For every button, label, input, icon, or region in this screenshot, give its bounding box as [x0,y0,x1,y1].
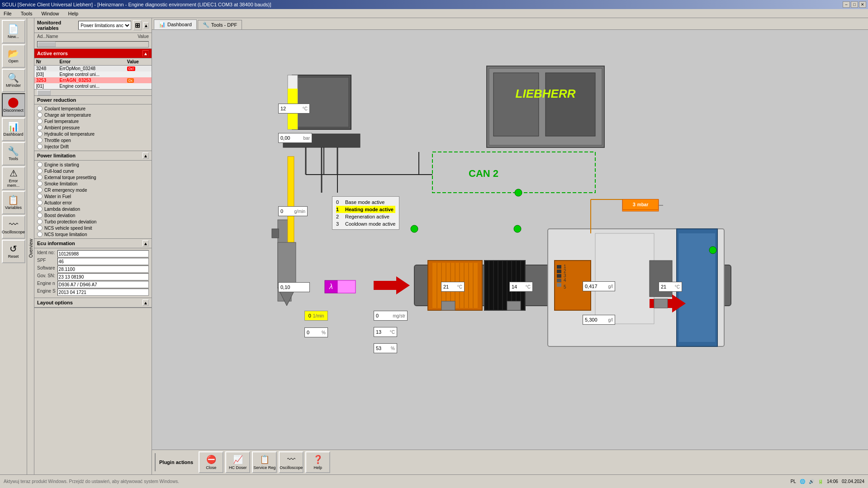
software-value: 28.1100 [57,265,149,273]
monitored-variables-header: Monitored variables Power limitations an… [34,18,152,33]
plugin-service-reg-button[interactable]: 📋 Service Reg [252,451,277,473]
injector-drift-radio[interactable] [37,144,43,149]
svg-rect-48 [557,274,561,278]
windows-message: Aktywuj teraz produkt Windows. Przejdź d… [4,479,179,484]
tools-button[interactable]: 🔧 Tools [2,142,25,166]
new-button[interactable]: 📄 New... [2,20,25,43]
svg-rect-66 [337,280,356,293]
error-row-3248[interactable]: 3248 ErrOpMon_03248 0x! [34,66,152,72]
smoke-limitation-radio[interactable] [37,181,43,186]
svg-rect-9 [545,73,595,136]
scroll-thumb[interactable] [38,42,56,47]
svg-point-56 [411,225,418,232]
coolant-temp-radio[interactable] [37,106,43,111]
svg-text:LIEBHERR: LIEBHERR [516,87,576,100]
overview-strip: Overview [27,18,34,474]
minimize-button[interactable]: – [843,1,850,8]
disconnect-icon: ⬤ [8,97,19,107]
open-button[interactable]: 📂 Open [2,44,25,68]
collapse-errors-button[interactable]: ▲ [142,50,149,57]
diagram-area: Diagn ostika 24 L [152,30,868,450]
turbo-protection-radio[interactable] [37,219,43,224]
menu-help[interactable]: Help [66,10,81,17]
plugin-hc-button[interactable]: 📈 HC Doser [225,451,250,473]
cr-emergency-radio[interactable] [37,187,43,193]
cr-emergency-item: CR emergency mode [37,187,149,193]
menu-tools[interactable]: Tools [19,10,34,17]
pressure-box: 0,00 bar [278,133,312,143]
power-limitation-title: Power limitation [37,153,76,158]
reset-button[interactable]: ↺ Reset [2,240,25,263]
collapse-limitation-button[interactable]: ▲ [142,152,149,159]
external-torque-item: External torque presetting [37,174,149,180]
lambda-box: 0,10 [278,282,310,292]
monitored-dropdown[interactable]: Power limitations anc [78,21,131,30]
flow-box: 0 g/min [278,206,308,216]
external-torque-radio[interactable] [37,175,43,180]
error-row-3253[interactable]: 3253 ErrAGN_03253 0x [34,77,152,83]
top-temp-box: 12 °C [278,104,310,114]
grid-view-button[interactable]: ⊞ [133,20,142,30]
plugin-close-button[interactable]: ⛔ Close [199,451,223,473]
tools-icon: 🔧 [8,147,19,156]
power-limitation-list: Engine is starting Full-load curve Exter… [34,161,152,238]
plugin-oscilloscope-icon: 〰 [287,455,295,464]
svg-rect-79 [654,299,668,308]
ncs-vehicle-speed-item: NCS vehicle speed limit [37,225,149,231]
oscilloscope-button[interactable]: 〰 Oscilloscope [2,215,25,239]
tools-dpf-tab-icon: 🔧 [203,22,209,28]
svg-rect-18 [288,156,294,247]
lambda-deviation-radio[interactable] [37,206,43,212]
plugin-oscilloscope-button[interactable]: 〰 Oscilloscope [279,451,304,473]
horizontal-scrollbar[interactable] [37,41,149,47]
throttle-open-radio[interactable] [37,137,43,143]
tab-tools-dpf[interactable]: 🔧 Tools - DPF [198,20,242,29]
actuator-error-radio[interactable] [37,200,43,205]
overview-tab[interactable]: Overview [28,237,34,260]
menu-file[interactable]: File [2,10,14,17]
battery-icon: 🔋 [818,479,823,484]
status-right: PL 🌐 🔊 🔋 14:06 02.04.2024 [791,479,864,484]
water-in-fuel-radio[interactable] [37,194,43,199]
close-button[interactable]: ✕ [859,1,866,8]
ambient-pressure-radio[interactable] [37,125,43,130]
power-reduction-section: Power reduction Coolant temperature Char… [34,96,152,151]
tab-dashboard[interactable]: 📊 Dashboard [154,19,197,29]
maximize-button[interactable]: □ [851,1,858,8]
power-reduction-header: Power reduction [34,96,152,104]
coolant-temp-item: Coolant temperature [37,105,149,112]
svg-text:5: 5 [564,284,566,289]
boost-deviation-radio[interactable] [37,213,43,218]
full-load-radio[interactable] [37,168,43,174]
plugin-help-button[interactable]: ❓ Help [305,451,330,473]
ncs-vehicle-speed-radio[interactable] [37,225,43,231]
engine-starting-radio[interactable] [37,162,43,167]
mode-1: 1 Heating mode active [336,206,395,213]
mfinder-icon: 🔍 [8,73,19,82]
collapse-layout-button[interactable]: ▲ [142,299,149,306]
mfinder-button[interactable]: 🔍 MFinder [2,69,25,92]
hydraulic-oil-radio[interactable] [37,131,43,137]
left-panel: Monitored variables Power limitations an… [34,18,152,474]
power-reduction-title: Power reduction [37,97,76,103]
collapse-monitored-button[interactable]: ▲ [143,22,149,28]
svg-rect-1 [294,77,349,127]
errormem-button[interactable]: ⚠ Error mem... [2,166,25,190]
title-bar-buttons: – □ ✕ [843,1,866,8]
plugin-actions-title: Plugin actions [159,460,193,465]
variables-button[interactable]: 📋 Variables [2,191,25,214]
svg-point-13 [515,189,522,196]
svg-rect-42 [595,233,654,324]
menu-window[interactable]: Window [39,10,61,17]
water-in-fuel-item: Water in Fuel [37,193,149,199]
window-title: SCULi [Service Client Universal Liebherr… [2,2,271,7]
title-bar: SCULi [Service Client Universal Liebherr… [0,0,868,9]
collapse-ecu-button[interactable]: ▲ [142,240,149,246]
ncs-torque-radio[interactable] [37,232,43,237]
charge-air-radio[interactable] [37,112,43,118]
dashboard-button[interactable]: 📊 Dashboard [2,118,25,141]
monitored-variables-title: Monitored variables [37,20,76,31]
actuator-error-item: Actuator error [37,199,149,206]
fuel-temp-radio[interactable] [37,118,43,124]
disconnect-button[interactable]: ⬤ Disconnect [2,93,25,117]
